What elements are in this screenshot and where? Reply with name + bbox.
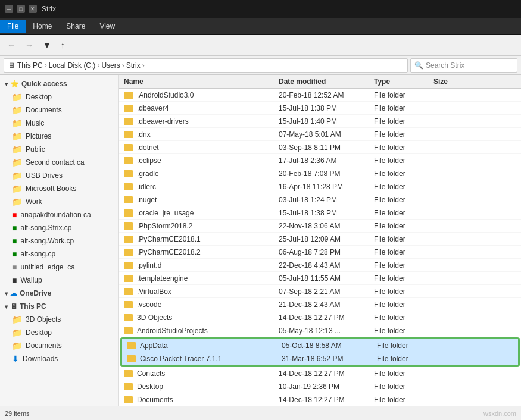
folder-icon: 📁 [12, 145, 22, 154]
table-row[interactable]: .nuget 03-Jul-18 1:24 PM File folder [119, 193, 521, 206]
minimize-button[interactable]: ─ [5, 5, 13, 13]
table-row[interactable]: .PyCharmCE2018.1 25-Jul-18 12:09 AM File… [119, 233, 521, 246]
table-row[interactable]: .dbeaver-drivers 15-Jul-18 1:40 PM File … [119, 115, 521, 128]
sidebar-item-microsoftbooks-qa[interactable]: 📁 Microsoft Books [0, 182, 118, 195]
folder-icon: 📁 [12, 197, 22, 206]
col-type: File folder [369, 261, 429, 269]
folder-icon [124, 131, 133, 138]
menu-home[interactable]: Home [26, 20, 59, 33]
table-row[interactable]: .templateengine 05-Jul-18 11:55 AM File … [119, 272, 521, 285]
table-row[interactable]: .oracle_jre_usage 15-Jul-18 1:38 PM File… [119, 206, 521, 220]
sidebar-item-desktop-pc[interactable]: 📁 Desktop [0, 326, 118, 339]
col-date: 15-Jul-18 1:38 PM [274, 209, 369, 217]
header-date[interactable]: Date modified [274, 75, 369, 88]
sidebar-item-label: Documents [26, 341, 62, 350]
table-row[interactable]: Documents 14-Dec-18 12:27 PM File folder [119, 393, 521, 406]
window-title: Strix [42, 5, 56, 13]
sidebar-item-label: Microsoft Books [26, 184, 76, 193]
folder-3d-icon: 📁 [12, 315, 22, 324]
table-row[interactable]: .VirtualBox 07-Sep-18 2:21 AM File folde… [119, 285, 521, 298]
folder-icon [127, 342, 136, 349]
table-row[interactable]: .eclipse 17-Jul-18 2:36 AM File folder [119, 154, 521, 167]
col-type: File folder [369, 248, 429, 256]
table-row[interactable]: AppData 05-Oct-18 8:58 AM File folder [122, 339, 518, 352]
sidebar-item-secondcontact-qa[interactable]: 📁 Second contact ca [0, 156, 118, 169]
folder-icon: 📁 [12, 171, 22, 180]
table-row[interactable]: Desktop 10-Jan-19 2:36 PM File folder [119, 380, 521, 393]
quick-access-text: Quick access [21, 80, 67, 88]
sidebar-item-label: Music [26, 119, 44, 127]
folder-icon [124, 288, 133, 295]
table-row[interactable]: .AndroidStudio3.0 20-Feb-18 12:52 AM Fil… [119, 89, 521, 102]
menu-share[interactable]: Share [59, 20, 92, 33]
table-row[interactable]: .PhpStorm2018.2 22-Nov-18 3:06 AM File f… [119, 220, 521, 233]
crumb-thispc[interactable]: This PC [17, 61, 43, 70]
table-row[interactable]: .vscode 21-Dec-18 2:43 AM File folder [119, 298, 521, 311]
quick-access-header[interactable]: ▾ ⭐ Quick access [0, 77, 118, 90]
col-name: .dnx [119, 130, 274, 139]
col-type: File folder [369, 300, 429, 309]
table-row[interactable]: Cisco Packet Tracer 7.1.1 31-Mar-18 6:52… [122, 352, 518, 365]
sidebar-item-altsong1-qa[interactable]: ■ alt-song.Strix.cp [0, 221, 118, 234]
menu-file[interactable]: File [0, 20, 26, 33]
folder-icon: 📁 [12, 92, 22, 102]
col-date: 10-Jan-19 2:36 PM [274, 383, 369, 391]
col-date: 25-Jul-18 12:09 AM [274, 235, 369, 243]
col-name: .idlerc [119, 183, 274, 191]
sidebar-item-music-qa[interactable]: 📁 Music [0, 117, 118, 130]
sidebar-item-work-qa[interactable]: 📁 Work [0, 195, 118, 208]
sidebar-item-desktop-qa[interactable]: 📁 Desktop [0, 90, 118, 104]
close-button[interactable]: ✕ [29, 5, 37, 13]
header-type[interactable]: Type [369, 75, 429, 88]
table-row[interactable]: .dbeaver4 15-Jul-18 1:38 PM File folder [119, 102, 521, 115]
table-row[interactable]: .idlerc 16-Apr-18 11:28 PM File folder [119, 180, 521, 193]
search-box[interactable]: 🔍 Search Strix [410, 58, 517, 73]
col-name: .pylint.d [119, 261, 274, 269]
folder-icon: 📁 [12, 184, 22, 193]
header-size[interactable]: Size [429, 75, 476, 88]
crumb-strix[interactable]: Strix [126, 61, 141, 70]
table-row[interactable]: .gradle 20-Feb-18 7:08 PM File folder [119, 167, 521, 180]
sidebar-item-documents-pc[interactable]: 📁 Documents [0, 339, 118, 352]
sidebar-item-3dobjects[interactable]: 📁 3D Objects [0, 313, 118, 326]
sidebar-item-altsong2-qa[interactable]: ■ alt-song.Work.cp [0, 234, 118, 247]
table-row[interactable]: AndroidStudioProjects 05-May-18 12:13 ..… [119, 324, 521, 337]
table-row[interactable]: .PyCharmCE2018.2 06-Aug-18 7:28 PM File … [119, 246, 521, 259]
table-row[interactable]: .dotnet 03-Sep-18 8:11 PM File folder [119, 141, 521, 154]
sidebar-item-documents-qa[interactable]: 📁 Documents [0, 104, 118, 117]
sidebar-item-pictures-qa[interactable]: 📁 Pictures [0, 130, 118, 143]
col-name: .AndroidStudio3.0 [119, 91, 274, 99]
window-controls[interactable]: ─ □ ✕ [5, 5, 37, 13]
col-date: 15-Jul-18 1:40 PM [274, 117, 369, 126]
sidebar-item-altsong3-qa[interactable]: ■ alt-song.cp [0, 247, 118, 261]
sidebar-item-wallup-qa[interactable]: ■ Wallup [0, 274, 118, 287]
table-row[interactable]: 3D Objects 14-Dec-18 12:27 PM File folde… [119, 311, 521, 324]
menu-view[interactable]: View [92, 20, 122, 33]
recent-locations-button[interactable]: ▼ [39, 38, 55, 52]
back-button[interactable]: ← [4, 38, 19, 52]
col-name: .vscode [119, 300, 274, 309]
sidebar-item-anapak-qa[interactable]: ■ anapakdfoundation ca [0, 208, 118, 221]
sidebar-item-usbdrives-qa[interactable]: 📁 USB Drives [0, 169, 118, 182]
col-name: Cisco Packet Tracer 7.1.1 [122, 355, 277, 363]
breadcrumb[interactable]: 🖥 This PC › Local Disk (C:) › Users › St… [4, 58, 408, 73]
maximize-button[interactable]: □ [17, 5, 25, 13]
header-name[interactable]: Name [119, 75, 274, 88]
sidebar-item-public-qa[interactable]: 📁 Public [0, 143, 118, 156]
table-row[interactable]: Contacts 14-Dec-18 12:27 PM File folder [119, 367, 521, 380]
col-type: File folder [369, 183, 429, 191]
crumb-users[interactable]: Users [101, 61, 120, 70]
forward-button[interactable]: → [21, 38, 37, 52]
onedrive-label: OneDrive [20, 289, 51, 297]
folder-icon: 📁 [12, 131, 22, 141]
thispc-header[interactable]: ▾ 🖥 This PC [0, 300, 118, 313]
crumb-localdisk[interactable]: Local Disk (C:) [49, 61, 96, 70]
sidebar-item-untitled-qa[interactable]: ■ untitled_edge_ca [0, 261, 118, 274]
col-date: 16-Apr-18 11:28 PM [274, 183, 369, 191]
sidebar-item-downloads-pc[interactable]: ⬇ Downloads [0, 352, 118, 365]
up-button[interactable]: ↑ [57, 38, 68, 52]
file-icon: ■ [12, 249, 17, 259]
onedrive-header[interactable]: ▾ ☁ OneDrive [0, 287, 118, 300]
table-row[interactable]: .dnx 07-May-18 5:01 AM File folder [119, 128, 521, 141]
table-row[interactable]: .pylint.d 22-Dec-18 4:43 AM File folder [119, 259, 521, 272]
